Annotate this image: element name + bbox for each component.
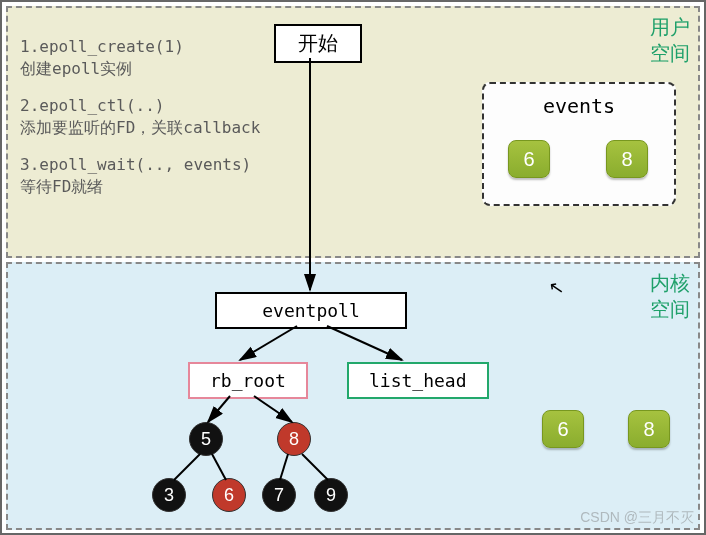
diagram-canvas: 用户 空间 内核 空间 1.epoll_create(1) 创建epoll实例 … [0, 0, 706, 535]
events-chip-1: 8 [606, 140, 648, 178]
step3-code: 3.epoll_wait(.., events) [20, 154, 260, 176]
eventpoll-box: eventpoll [215, 292, 407, 329]
kernel-space-label-l1: 内核 [650, 272, 690, 294]
rb-root-label: rb_root [210, 370, 286, 391]
step2-code: 2.epoll_ctl(..) [20, 95, 260, 117]
kernel-space-label: 内核 空间 [650, 270, 690, 322]
eventpoll-label: eventpoll [262, 300, 360, 321]
rbnode-8-val: 8 [289, 429, 299, 450]
ready-chip-1: 8 [628, 410, 670, 448]
rbnode-9-val: 9 [326, 485, 336, 506]
start-box: 开始 [274, 24, 362, 63]
step2-desc: 添加要监听的FD，关联callback [20, 117, 260, 139]
step1-desc: 创建epoll实例 [20, 58, 260, 80]
watermark-text: CSDN @三月不灭 [580, 509, 694, 525]
rbnode-3-val: 3 [164, 485, 174, 506]
ready-chip-0: 6 [542, 410, 584, 448]
list-head-box: list_head [347, 362, 489, 399]
rbnode-5-val: 5 [201, 429, 211, 450]
events-chip-0: 6 [508, 140, 550, 178]
ready-chip-0-val: 6 [557, 418, 568, 441]
step3-desc: 等待FD就绪 [20, 176, 260, 198]
rbnode-3: 3 [152, 478, 186, 512]
watermark: CSDN @三月不灭 [580, 509, 694, 527]
events-chip-1-val: 8 [621, 148, 632, 171]
events-chip-0-val: 6 [523, 148, 534, 171]
step1-code: 1.epoll_create(1) [20, 36, 260, 58]
rbnode-7: 7 [262, 478, 296, 512]
rbnode-8: 8 [277, 422, 311, 456]
rbnode-7-val: 7 [274, 485, 284, 506]
rbnode-6: 6 [212, 478, 246, 512]
ready-chip-1-val: 8 [643, 418, 654, 441]
list-head-label: list_head [369, 370, 467, 391]
events-title: events [484, 94, 674, 118]
user-space-label-l2: 空间 [650, 42, 690, 64]
user-space-label-l1: 用户 [650, 16, 690, 38]
user-space-label: 用户 空间 [650, 14, 690, 66]
kernel-space-label-l2: 空间 [650, 298, 690, 320]
rbnode-5: 5 [189, 422, 223, 456]
events-container: events 6 8 [482, 82, 676, 206]
rbnode-9: 9 [314, 478, 348, 512]
steps-block: 1.epoll_create(1) 创建epoll实例 2.epoll_ctl(… [20, 36, 260, 214]
rbnode-6-val: 6 [224, 485, 234, 506]
start-label: 开始 [298, 32, 338, 54]
rb-root-box: rb_root [188, 362, 308, 399]
